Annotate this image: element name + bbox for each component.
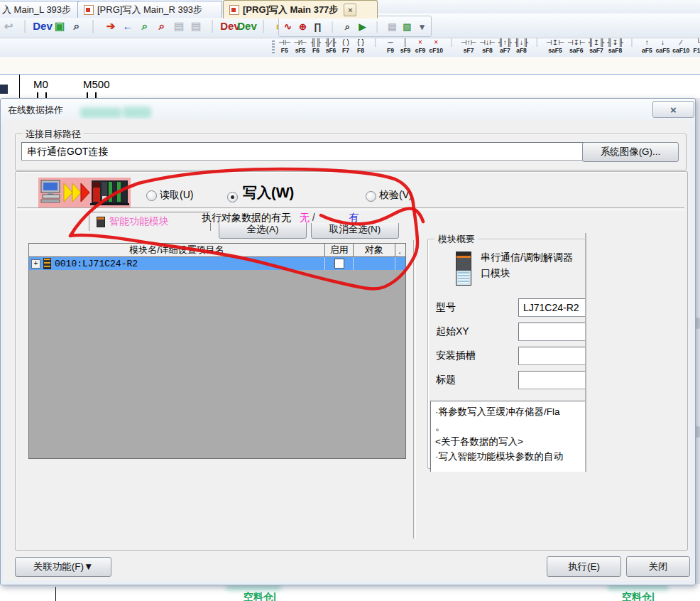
tab-main-l[interactable]: 入 Main_L 393步 (0, 1, 85, 18)
toolbar-icon[interactable]: ▤ (187, 17, 204, 34)
fkey-button[interactable]: ╢∕╟ sF6 (324, 38, 339, 54)
system-image-button[interactable]: 系统图像(G)... (582, 142, 679, 162)
toolbar-icon[interactable]: ▤ (385, 18, 400, 34)
fkey-button[interactable]: ⊣∕⊢ sF5 (292, 38, 308, 54)
field-value[interactable] (518, 323, 586, 341)
toolbar-grip[interactable] (272, 40, 275, 55)
field-label: 标题 (436, 374, 456, 386)
fkey-button[interactable]: ↓ caF5 (655, 38, 671, 54)
radio-verify[interactable] (366, 191, 376, 202)
fkey-button[interactable]: { } F8 (354, 38, 368, 54)
tab-close-button[interactable]: × (344, 4, 356, 16)
field-label: 安装插槽 (436, 350, 476, 362)
toolbar-icon[interactable]: │ (256, 17, 273, 34)
module-description-line2: 口模块 (481, 267, 510, 280)
scrollbar-thumb[interactable] (696, 426, 700, 438)
tab-intelligent-function-module[interactable]: 智能功能模块 (89, 212, 211, 231)
toolbar-icon[interactable]: │ (325, 18, 340, 34)
toolbar-icon[interactable]: ⌕ (136, 17, 153, 34)
table-row[interactable]: + 0010:LJ71C24-R2 (29, 257, 405, 270)
fkey-button[interactable]: ∕ caF10 (671, 38, 691, 54)
contact-bar (95, 92, 97, 98)
fkey-button[interactable]: ╢↓╟ aF8 (513, 38, 530, 54)
toolbar-icon[interactable]: ▶ (355, 18, 370, 34)
toolbar-icon[interactable]: ▣ (51, 17, 68, 34)
fkey-button[interactable]: ╢↑╟ aF7 (497, 38, 513, 54)
toolbar-icon[interactable]: Dev (222, 17, 239, 34)
toolbar-icon[interactable]: ➔ (102, 17, 119, 34)
radio-read[interactable] (146, 190, 157, 201)
related-functions-button[interactable]: 关联功能(F)▼ (15, 557, 111, 577)
write-info-box[interactable]: ·将参数写入至缓冲存储器/Fla。<关于各数据的写入>·写入智能功能模块参数的自… (430, 401, 586, 472)
fkey-button[interactable]: │ sF9 (398, 38, 413, 54)
enable-checkbox[interactable] (334, 259, 344, 269)
fkey-button[interactable]: ⊣↥⊢ saF5 (545, 38, 566, 54)
toolbar-icon[interactable]: │ (17, 17, 34, 34)
toolbar-icon[interactable]: ↩ (0, 17, 17, 34)
field-value[interactable] (518, 371, 586, 389)
fkey-button[interactable]: ⊣⊢ F5 (277, 38, 292, 54)
toolbar-icon[interactable]: │ (370, 18, 385, 34)
group-label: 连接目标路径 (23, 128, 84, 141)
fkey-button[interactable]: ╢↧╟ saF8 (606, 38, 625, 54)
toolbar-icon[interactable]: ← (119, 17, 136, 34)
toolbar-icon[interactable]: ▤ (170, 17, 187, 34)
fkey-button[interactable]: ⊣↓⊢ sF8 (478, 38, 496, 54)
ladder-comment: 空料仓| (622, 591, 655, 601)
ladder-comment: 空料仓| (244, 591, 276, 601)
radio-write[interactable] (227, 192, 238, 202)
radio-verify-label: 校验(V) (379, 189, 412, 202)
contact-bar (45, 92, 47, 98)
fkey-button[interactable]: × cF10 (428, 38, 444, 54)
expand-icon[interactable]: + (31, 259, 40, 269)
fkey-button[interactable]: └ F10 (691, 38, 700, 54)
connection-path-field[interactable]: 串行通信GOT连接 (21, 142, 586, 161)
fkey-button[interactable]: ╢↥╟ saF7 (587, 38, 606, 54)
col-enable[interactable]: 启用 (325, 244, 354, 256)
fkey-button[interactable]: │ (625, 38, 640, 54)
execute-button[interactable]: 执行(E) (547, 556, 621, 577)
dialog-close-icon[interactable]: × (652, 101, 694, 118)
fkey-button[interactable]: ⊣↑⊢ sF7 (459, 38, 478, 54)
field-value[interactable] (518, 347, 586, 365)
toolbar-icon[interactable]: ⌕ (153, 17, 170, 34)
module-table: 模块名/详细设置项目名 启用 对象 . + 0010:LJ71C24-R2 (28, 243, 406, 459)
fkey-button[interactable]: ─ F9 (383, 38, 398, 54)
toolbar-icon[interactable]: ▧ (400, 18, 415, 34)
table-header: 模块名/详细设置项目名 启用 对象 . (29, 244, 405, 257)
close-button[interactable]: 关闭 (626, 556, 690, 577)
toolbar-icon[interactable]: Dev (239, 17, 256, 34)
col-more[interactable]: . (395, 244, 404, 256)
toolbar-icon[interactable]: ▾ (415, 18, 430, 34)
toolbar-icon[interactable]: ∿ (280, 18, 295, 34)
legend-has: 有 (349, 212, 359, 223)
toolbar-monitor-island: ∿⊕∏│⌕▶│▤▧▾ (278, 16, 432, 37)
toolbar-icon[interactable]: │ (204, 17, 222, 34)
fkey-button[interactable]: ╢╟ F6 (309, 38, 324, 54)
toolbar-icon[interactable]: ⌕ (68, 17, 85, 34)
toolbar-icon[interactable]: ⊕ (295, 18, 310, 34)
scrollbar-thumb[interactable] (696, 318, 700, 329)
fkey-button[interactable]: │ (444, 38, 459, 54)
fkey-button[interactable]: × cF9 (413, 38, 428, 54)
tab-main-active[interactable]: [PRG]写入 Main 377步 × (223, 0, 378, 18)
col-target[interactable]: 对象 (354, 244, 395, 256)
toolbar-icon[interactable]: ⌕ (340, 18, 355, 34)
toolbar-icon[interactable]: ∏ (310, 18, 325, 34)
col-module-name[interactable]: 模块名/详细设置项目名 (29, 244, 325, 256)
radio-write-label: 写入(W) (243, 183, 294, 202)
fkey-button[interactable]: │ (368, 38, 383, 54)
contact-bar (37, 92, 38, 98)
field-value[interactable]: LJ71C24-R2 (518, 298, 586, 317)
fkey-button[interactable]: │ (530, 38, 545, 54)
toolbar-icon[interactable]: Dev (34, 17, 51, 34)
toolbar-icon[interactable]: │ (85, 17, 102, 34)
module-icon (43, 258, 51, 269)
fkey-button[interactable]: ( ) F7 (339, 38, 354, 54)
field-label: 起始XY (436, 325, 469, 338)
screen: 视图(V)在线(O)调试(B)诊断(D)工具(T)窗口(W)帮助(H) ↩│De… (0, 0, 700, 601)
tab-main-r[interactable]: [PRG]写入 Main_R 393步 (77, 1, 222, 18)
ladder-editor[interactable]: M0 M500 (0, 75, 700, 98)
fkey-button[interactable]: ⊣↧⊢ saF6 (566, 38, 587, 54)
fkey-button[interactable]: ↑ aF5 (640, 38, 655, 54)
